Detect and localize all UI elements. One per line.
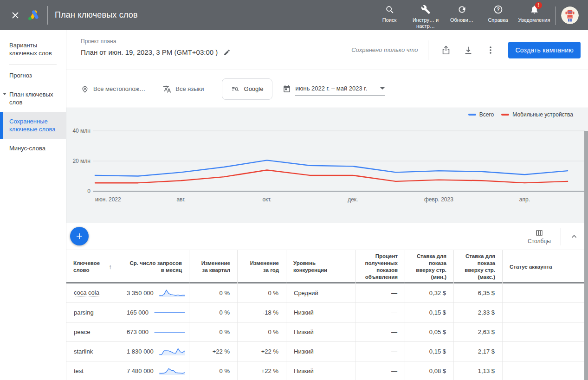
- cell-competition: Низкий: [286, 322, 356, 341]
- translate-icon: [163, 85, 171, 93]
- column-header-account_status[interactable]: Статус аккаунта: [503, 250, 588, 283]
- topnav-tools[interactable]: Инстру… и настр…: [407, 5, 444, 29]
- create-campaign-button[interactable]: Создать кампанию: [508, 42, 581, 58]
- cell-keyword[interactable]: peace: [66, 322, 119, 341]
- plan-title: План от июн. 19, 2023, 3 PM (GMT+03:00 ): [81, 48, 218, 56]
- sidebar-item-keyword-plan[interactable]: План ключевых слов: [0, 85, 66, 112]
- notifications-icon: !: [530, 5, 539, 16]
- sidebar-nav: Варианты ключевых словПрогнозПлан ключев…: [0, 30, 66, 380]
- topnav-search[interactable]: Поиск: [371, 5, 407, 23]
- add-keywords-button[interactable]: [70, 227, 89, 245]
- legend-label: Мобильные устройства: [512, 111, 573, 118]
- sidebar-item-negative-keywords[interactable]: Минус-слова: [0, 139, 66, 158]
- legend-item: Мобильные устройства: [501, 111, 573, 118]
- cell-impr_share: —: [356, 361, 405, 380]
- keyword-text: peace: [74, 328, 90, 335]
- keyword-text: starlink: [74, 348, 93, 355]
- account-avatar[interactable]: [561, 6, 579, 24]
- column-header-keyword[interactable]: Ключевое слово↑: [66, 250, 119, 283]
- cell-top_bid_low: 0,08 $: [405, 361, 454, 380]
- column-header-competition[interactable]: Уровень конкуренции: [286, 250, 356, 283]
- column-header-label: Ключевое слово: [73, 260, 103, 274]
- cell-keyword[interactable]: coca cola: [66, 283, 119, 303]
- cell-account_status: [503, 361, 588, 380]
- search-icon: [385, 5, 394, 16]
- table-row: coca cola3 350 0000 %0 %Средний—0,32 $6,…: [66, 283, 588, 303]
- cell-avg_searches: 7 480 000: [119, 361, 189, 380]
- search-volume-sparkline: [159, 345, 186, 358]
- table-row: parsing165 0000 %-18 %Низкий—0,15 $2,33 …: [66, 303, 588, 322]
- cell-yoy: +22 %: [238, 361, 286, 380]
- plan-header-divider: [428, 40, 428, 60]
- cell-top_bid_high: 2,17 $: [454, 342, 503, 361]
- table-header-row: Ключевое слово↑Ср. число запросов в меся…: [66, 250, 588, 283]
- cell-avg_searches: 165 000: [119, 303, 189, 322]
- share-icon[interactable]: [435, 41, 457, 59]
- close-icon[interactable]: [10, 10, 21, 21]
- column-header-yoy[interactable]: Изменение за год: [238, 250, 286, 283]
- columns-button[interactable]: Столбцы: [524, 228, 554, 245]
- sidebar-item-label: План ключевых слов: [9, 91, 53, 106]
- google-ads-logo[interactable]: [27, 9, 40, 21]
- sort-ascending-icon: ↑: [109, 264, 112, 271]
- search-volume-sparkline: [154, 326, 186, 339]
- svg-text:0: 0: [87, 188, 90, 194]
- edit-plan-name-icon[interactable]: [223, 49, 231, 56]
- topbar-avatar-divider: [555, 6, 556, 25]
- cell-impr_share: —: [356, 283, 405, 303]
- column-header-top_bid_low[interactable]: Ставка для показа вверху стр. (мин.): [405, 250, 454, 283]
- svg-text:40 млн: 40 млн: [72, 128, 90, 134]
- topnav-help[interactable]: ?Справка: [480, 5, 516, 23]
- date-range-filter[interactable]: июнь 2022 г. – май 2023 г.: [283, 82, 385, 96]
- sidebar-item-keyword-ideas[interactable]: Варианты ключевых слов: [0, 36, 66, 63]
- legend-item: Всего: [468, 111, 494, 118]
- sidebar-item-label: Сохраненные ключевые слова: [9, 118, 55, 133]
- help-icon: ?: [493, 5, 503, 16]
- languages-filter[interactable]: Все языки: [163, 85, 204, 93]
- cell-keyword[interactable]: parsing: [66, 303, 119, 322]
- topnav-label: Уведомления: [517, 17, 552, 23]
- sidebar-item-saved-keywords[interactable]: Сохраненные ключевые слова: [0, 112, 66, 139]
- location-pin-icon: [81, 85, 89, 93]
- column-header-label: Процент полученных показов объявления: [363, 253, 398, 281]
- column-header-avg_searches[interactable]: Ср. число запросов в месяц: [119, 250, 189, 283]
- collapse-table-button[interactable]: [568, 230, 581, 243]
- refresh-icon: [457, 5, 467, 16]
- topnav-refresh[interactable]: Обнови…: [444, 5, 480, 23]
- expander-triangle-icon[interactable]: [3, 93, 6, 95]
- saved-status: Сохранено только что: [351, 46, 418, 53]
- svg-text:окт.: окт.: [262, 196, 271, 203]
- locations-filter[interactable]: Все местополож…: [81, 85, 145, 93]
- svg-text:авг.: авг.: [176, 196, 185, 203]
- avg-searches-value: 673 000: [127, 328, 149, 335]
- svg-text:?: ?: [497, 6, 500, 12]
- sidebar-item-forecast[interactable]: Прогноз: [0, 66, 66, 85]
- column-header-label: Уровень конкуренции: [293, 260, 349, 274]
- cell-top_bid_high: 1,13 $: [454, 361, 503, 380]
- column-header-qoq[interactable]: Изменение за квартал: [189, 250, 238, 283]
- cell-account_status: [503, 303, 588, 322]
- cell-top_bid_high: 6,35 $: [454, 283, 503, 303]
- cell-keyword[interactable]: starlink: [66, 342, 119, 361]
- topnav-notifications[interactable]: !Уведомления: [516, 5, 552, 23]
- cell-keyword[interactable]: test: [66, 361, 119, 380]
- cell-top_bid_high: 2,63 $: [454, 322, 503, 341]
- avg-searches-value: 7 480 000: [127, 367, 154, 374]
- traffic-chart-section: 020 млн40 млниюн. 2022авг.окт.дек.февр. …: [66, 108, 588, 223]
- more-options-kebab-icon[interactable]: [479, 41, 502, 59]
- download-icon[interactable]: [457, 41, 479, 59]
- cell-top_bid_low: 0,32 $: [405, 283, 454, 303]
- network-filter[interactable]: Google: [222, 78, 273, 100]
- sidebar-item-label: Прогноз: [9, 72, 32, 79]
- topnav-label: Инстру… и настр…: [411, 17, 440, 29]
- column-header-impr_share[interactable]: Процент полученных показов объявления: [356, 250, 405, 283]
- column-header-top_bid_high[interactable]: Ставка для показа вверху стр. (макс.): [454, 250, 503, 283]
- column-header-label: Статус аккаунта: [510, 264, 552, 271]
- avg-searches-value: 1 830 000: [127, 348, 154, 355]
- notification-badge: !: [535, 2, 542, 9]
- languages-filter-label: Все языки: [175, 85, 204, 92]
- cell-qoq: 0 %: [189, 283, 238, 303]
- vertical-scrollbar-thumb[interactable]: [584, 131, 588, 380]
- legend-dash-icon: [468, 114, 476, 116]
- column-header-label: Изменение за год: [245, 260, 279, 274]
